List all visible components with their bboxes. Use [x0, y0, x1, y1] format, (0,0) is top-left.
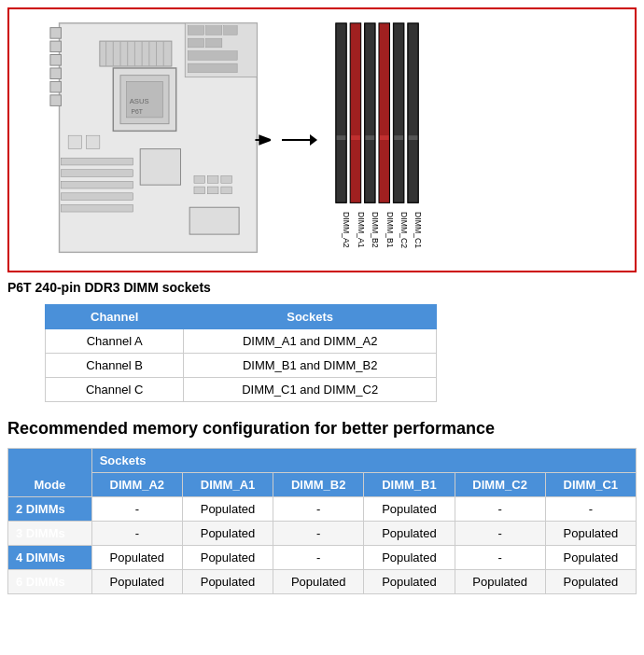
- populated-cell: Populated: [545, 522, 636, 546]
- svg-rect-65: [409, 24, 418, 202]
- svg-text:DIMM_C1: DIMM_C1: [413, 212, 423, 248]
- svg-rect-51: [337, 135, 346, 140]
- arrow-icon: [280, 126, 317, 154]
- svg-rect-5: [50, 81, 62, 92]
- populated-cell: -: [273, 497, 364, 522]
- svg-rect-37: [207, 176, 218, 184]
- diagram-caption: P6T 240-pin DDR3 DIMM sockets: [7, 280, 637, 295]
- populated-cell: Populated: [364, 522, 455, 546]
- dimm-slots-diagram: DIMM_A2 DIMM_A1 DIMM_B2 DIMM_B1 DIMM_C2 …: [327, 19, 429, 261]
- mode-label-cell: 2 DIMMs: [8, 497, 92, 522]
- memory-config-row: 2 DIMMs-Populated-Populated--: [8, 497, 637, 522]
- svg-rect-10: [224, 26, 237, 35]
- svg-rect-36: [194, 176, 205, 184]
- sockets-header: Sockets: [184, 305, 437, 329]
- populated-cell: Populated: [455, 570, 545, 594]
- svg-rect-59: [380, 24, 389, 202]
- populated-cell: -: [91, 497, 182, 522]
- svg-rect-44: [86, 135, 99, 148]
- sockets-cell: DIMM_B1 and DIMM_B2: [184, 354, 437, 378]
- svg-rect-62: [394, 24, 403, 202]
- populated-cell: Populated: [182, 522, 273, 546]
- channel-cell: Channel C: [46, 378, 184, 402]
- mode-label-cell: 6 DIMMs: [8, 570, 92, 594]
- svg-rect-30: [140, 149, 180, 186]
- populated-cell: Populated: [545, 570, 636, 594]
- svg-rect-57: [366, 135, 375, 140]
- populated-cell: Populated: [545, 546, 636, 570]
- sockets-cell: DIMM_C1 and DIMM_C2: [184, 378, 437, 402]
- mode-label-cell: 3 DIMMs: [8, 522, 92, 546]
- populated-cell: Populated: [182, 570, 273, 594]
- sockets-cell: DIMM_A1 and DIMM_A2: [184, 329, 437, 354]
- svg-text:DIMM_B2: DIMM_B2: [371, 212, 380, 248]
- populated-cell: -: [455, 546, 545, 570]
- populated-cell: Populated: [364, 546, 455, 570]
- dimm-column-header: DIMM_B1: [364, 473, 455, 497]
- populated-cell: Populated: [91, 570, 182, 594]
- svg-marker-48: [310, 134, 317, 146]
- svg-rect-2: [50, 41, 62, 52]
- populated-cell: Populated: [364, 497, 455, 522]
- svg-rect-41: [221, 187, 232, 194]
- svg-text:ASUS: ASUS: [130, 97, 149, 105]
- memory-config-row: 6 DIMMsPopulatedPopulatedPopulatedPopula…: [8, 570, 637, 594]
- mode-column-header: Mode: [8, 449, 92, 497]
- dimm-column-header: DIMM_C2: [455, 473, 545, 497]
- memory-config-row: 3 DIMMs-Populated-Populated-Populated: [8, 522, 637, 546]
- arrow: [271, 126, 327, 154]
- svg-text:DIMM_A2: DIMM_A2: [342, 212, 351, 248]
- svg-rect-53: [351, 24, 360, 202]
- recommended-title: Recommended memory configuration for bet…: [7, 419, 637, 439]
- svg-rect-32: [61, 170, 133, 177]
- memory-config-row: 4 DIMMsPopulatedPopulated-Populated-Popu…: [8, 546, 637, 570]
- svg-rect-12: [205, 38, 221, 48]
- channel-row: Channel ADIMM_A1 and DIMM_A2: [46, 329, 437, 354]
- diagram-section: ASUS P6T: [7, 7, 637, 272]
- dimm-column-header: DIMM_B2: [273, 473, 364, 497]
- svg-rect-9: [205, 26, 221, 35]
- channel-row: Channel BDIMM_B1 and DIMM_B2: [46, 354, 437, 378]
- populated-cell: -: [455, 497, 545, 522]
- svg-rect-13: [188, 51, 237, 61]
- svg-rect-56: [366, 24, 375, 202]
- channel-header: Channel: [46, 305, 184, 329]
- svg-rect-4: [50, 68, 62, 79]
- dimm-column-header: DIMM_A1: [182, 473, 273, 497]
- svg-rect-33: [61, 181, 133, 188]
- svg-rect-54: [351, 135, 360, 140]
- dimm-column-header: DIMM_A2: [91, 473, 182, 497]
- memory-config-table: Mode Sockets DIMM_A2DIMM_A1DIMM_B2DIMM_B…: [7, 448, 637, 594]
- svg-text:DIMM_C2: DIMM_C2: [399, 212, 409, 248]
- populated-cell: Populated: [182, 546, 273, 570]
- channel-cell: Channel A: [46, 329, 184, 354]
- populated-cell: -: [455, 522, 545, 546]
- svg-rect-60: [380, 135, 389, 140]
- channel-table: Channel Sockets Channel ADIMM_A1 and DIM…: [45, 304, 437, 402]
- populated-cell: Populated: [364, 570, 455, 594]
- mode-label-cell: 4 DIMMs: [8, 546, 92, 570]
- svg-rect-39: [194, 187, 205, 194]
- populated-cell: -: [273, 546, 364, 570]
- svg-rect-40: [207, 187, 218, 194]
- svg-rect-63: [394, 135, 403, 140]
- channel-row: Channel CDIMM_C1 and DIMM_C2: [46, 378, 437, 402]
- svg-rect-35: [61, 204, 133, 212]
- svg-rect-66: [409, 135, 418, 140]
- dimm-column-header: DIMM_C1: [545, 473, 636, 497]
- svg-rect-11: [188, 38, 203, 48]
- populated-cell: -: [91, 522, 182, 546]
- svg-rect-31: [61, 158, 133, 165]
- svg-rect-8: [188, 26, 203, 35]
- svg-rect-20: [100, 41, 172, 66]
- channel-cell: Channel B: [46, 354, 184, 378]
- sockets-group-header: Sockets: [91, 449, 636, 473]
- svg-rect-43: [68, 135, 81, 148]
- svg-rect-14: [188, 63, 237, 73]
- populated-cell: Populated: [91, 546, 182, 570]
- populated-cell: Populated: [182, 497, 273, 522]
- svg-text:DIMM_B1: DIMM_B1: [385, 212, 395, 248]
- svg-rect-38: [221, 176, 232, 184]
- svg-rect-1: [50, 28, 62, 39]
- svg-text:DIMM_A1: DIMM_A1: [357, 212, 366, 248]
